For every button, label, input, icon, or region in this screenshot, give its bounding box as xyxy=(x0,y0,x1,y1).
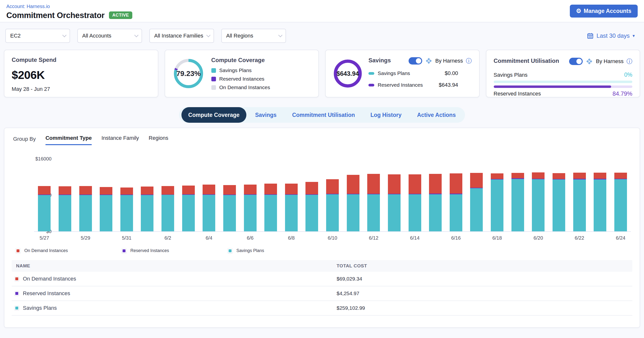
coverage-percent: 79.23% xyxy=(176,69,201,77)
bar-6-7[interactable] xyxy=(260,153,281,231)
bar-6-5[interactable] xyxy=(219,153,240,231)
bar-6-15[interactable] xyxy=(425,153,446,231)
account-breadcrumb[interactable]: Account: Harness.io xyxy=(6,4,132,9)
bar-6-9[interactable] xyxy=(302,153,322,231)
compute-spend-period: May 28 - Jun 27 xyxy=(12,86,150,92)
bar-6-23[interactable] xyxy=(590,153,610,231)
info-icon[interactable]: ⓘ xyxy=(466,57,472,65)
savings-plans-segment xyxy=(38,195,50,231)
savings-plans-swatch xyxy=(14,306,19,310)
tab-log-history[interactable]: Log History xyxy=(364,107,408,123)
tab-savings[interactable]: Savings xyxy=(248,107,283,123)
status-badge: ACTIVE xyxy=(109,12,132,19)
bar-6-2[interactable] xyxy=(158,153,178,231)
savings-breakdown: Savings Plans$0.00Reserved Instances$643… xyxy=(368,65,472,88)
date-range-picker[interactable]: Last 30 days ▾ xyxy=(587,32,639,39)
savings-plans-segment xyxy=(326,194,339,231)
group-by-commitment-type[interactable]: Commitment Type xyxy=(46,135,92,145)
reserved-instances-swatch xyxy=(122,248,126,253)
x-tick-label xyxy=(302,235,322,241)
on-demand-instances-segment xyxy=(38,186,50,195)
on-demand-instances-segment xyxy=(162,186,174,195)
on-demand-instances-segment xyxy=(306,182,318,194)
service-select[interactable]: EC2 xyxy=(5,29,70,43)
table-row-total-cost: $4,254.97 xyxy=(336,290,632,296)
bar-6-19[interactable] xyxy=(507,153,528,231)
coverage-donut-chart: 79.23% xyxy=(172,58,204,90)
bar-6-10[interactable] xyxy=(322,153,343,231)
stacked-bar xyxy=(429,174,442,231)
bar-6-22[interactable] xyxy=(569,153,590,231)
chart-legend-label: Reserved Instances xyxy=(130,248,169,253)
on-demand-instances-segment xyxy=(326,179,339,194)
accounts-select[interactable]: All Accounts xyxy=(77,29,142,43)
savings-plans-segment xyxy=(120,195,133,231)
on-demand-instances-segment xyxy=(367,174,380,194)
coverage-panel: Group By Commitment TypeInstance FamilyR… xyxy=(4,128,640,328)
on-demand-instances-segment xyxy=(58,186,71,195)
bar-6-20[interactable] xyxy=(528,153,549,231)
bar-6-1[interactable] xyxy=(137,153,158,231)
savings-plans-segment xyxy=(58,195,71,231)
bar-6-3[interactable] xyxy=(178,153,199,231)
bar-5-31[interactable] xyxy=(116,153,137,231)
bar-6-8[interactable] xyxy=(281,153,302,231)
bar-6-12[interactable] xyxy=(363,153,384,231)
savings-plans-segment xyxy=(182,195,195,231)
compute-spend-card: Compute Spend $206K May 28 - Jun 27 xyxy=(4,50,158,97)
bar-6-16[interactable] xyxy=(446,153,466,231)
x-tick-label xyxy=(384,235,405,241)
stacked-bar xyxy=(264,184,277,231)
bar-6-21[interactable] xyxy=(549,153,569,231)
manage-accounts-button[interactable]: ⚙ Manage Accounts xyxy=(570,5,638,18)
on-demand-instances-segment xyxy=(552,173,565,179)
x-tick-label: 6/8 xyxy=(281,235,302,241)
group-by-instance-family[interactable]: Instance Family xyxy=(102,135,139,145)
instance-families-select[interactable]: All Instance Families xyxy=(149,29,214,43)
bar-6-6[interactable] xyxy=(240,153,260,231)
bar-6-24[interactable] xyxy=(610,153,631,231)
regions-select[interactable]: All Regions xyxy=(221,29,286,43)
x-tick-label: 5/27 xyxy=(34,235,55,241)
table-row-name: Reserved Instances xyxy=(23,290,70,297)
bar-5-28[interactable] xyxy=(55,153,76,231)
tab-compute-coverage[interactable]: Compute Coverage xyxy=(182,107,246,123)
savings-plans-segment xyxy=(491,180,504,231)
commitment-utilisation-title: Commitment Utilisation xyxy=(494,58,569,64)
table-row-name: On Demand Instances xyxy=(23,276,76,282)
bar-6-18[interactable] xyxy=(487,153,508,231)
compute-coverage-title: Compute Coverage xyxy=(211,57,270,64)
bar-6-17[interactable] xyxy=(466,153,487,231)
on-demand-instances-swatch xyxy=(14,277,19,281)
bar-6-13[interactable] xyxy=(384,153,405,231)
stacked-bar xyxy=(223,185,236,231)
compute-spend-value: $206K xyxy=(12,68,150,82)
savings-by-harness-toggle[interactable] xyxy=(408,57,422,65)
tab-commitment-utilisation[interactable]: Commitment Utilisation xyxy=(285,107,362,123)
bar-5-29[interactable] xyxy=(75,153,96,231)
bar-5-27[interactable] xyxy=(34,153,55,231)
bar-5-30[interactable] xyxy=(96,153,116,231)
calendar-icon xyxy=(587,32,594,39)
stacked-bar xyxy=(38,186,50,231)
utilisation-by-harness-toggle[interactable] xyxy=(569,58,583,65)
x-tick-label xyxy=(55,235,76,241)
savings-plans-segment xyxy=(512,179,524,231)
caret-down-icon: ▾ xyxy=(632,33,635,39)
coverage-legend: Savings PlansReserved InstancesOn Demand… xyxy=(211,67,270,90)
savings-plans-segment xyxy=(367,194,380,231)
tab-active-actions[interactable]: Active Actions xyxy=(410,107,462,123)
table-header: NAME TOTAL COST xyxy=(12,260,632,272)
title-row: Commitment Orchestrator ACTIVE xyxy=(6,11,132,20)
bar-6-14[interactable] xyxy=(404,153,425,231)
bar-6-11[interactable] xyxy=(343,153,363,231)
bar-6-4[interactable] xyxy=(199,153,219,231)
by-harness-label: By Harness xyxy=(596,58,624,65)
group-by-label: Group By xyxy=(13,136,36,145)
stacked-bar xyxy=(408,174,421,231)
stacked-bar xyxy=(347,175,360,231)
on-demand-instances-segment xyxy=(202,185,215,194)
group-by-regions[interactable]: Regions xyxy=(148,135,168,145)
stacked-bar xyxy=(470,173,483,231)
info-icon[interactable]: ⓘ xyxy=(626,58,632,65)
